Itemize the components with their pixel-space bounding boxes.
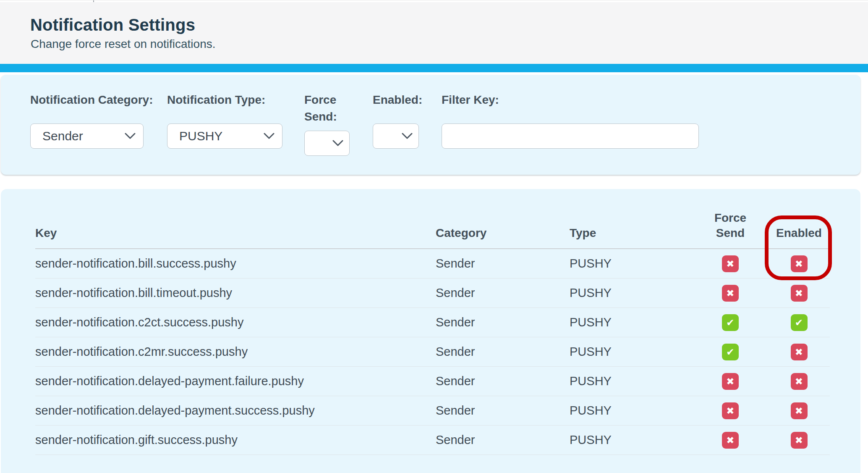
cell-key: sender-notification.gift.success.pushy — [35, 433, 436, 447]
page-header: Notification Settings Change force reset… — [0, 2, 868, 64]
cell-type: PUSHY — [570, 257, 693, 271]
cell-category: Sender — [436, 286, 570, 300]
column-header-enabled: Enabled — [768, 226, 830, 248]
force-send-badge[interactable]: ✔ — [722, 344, 739, 360]
chevron-down-icon — [125, 133, 136, 139]
chevron-down-icon — [264, 133, 275, 139]
cell-type: PUSHY — [570, 345, 693, 359]
notification-type-select[interactable]: PUSHY — [167, 124, 282, 149]
column-header-category: Category — [436, 226, 570, 248]
filter-panel: Notification Category: Sender Notificati… — [1, 75, 860, 175]
enabled-badge[interactable]: ✔ — [791, 314, 808, 331]
cell-key: sender-notification.bill.timeout.pushy — [35, 286, 436, 300]
cell-type: PUSHY — [570, 433, 693, 447]
notification-category-label: Notification Category: — [30, 92, 153, 108]
notification-type-value: PUSHY — [179, 129, 222, 143]
cell-category: Sender — [436, 257, 570, 271]
enabled-badge[interactable]: ✖ — [791, 402, 808, 419]
table-row: sender-notification.delayed-payment.fail… — [35, 367, 830, 396]
column-header-key: Key — [35, 226, 436, 248]
force-send-select[interactable] — [304, 131, 350, 156]
table-header-row: Key Category Type Force Send Enabled — [35, 189, 830, 249]
enabled-badge[interactable]: ✖ — [791, 432, 808, 449]
notification-type-label: Notification Type: — [167, 92, 282, 108]
field-notification-type: Notification Type: PUSHY — [167, 92, 282, 149]
page-subtitle: Change force reset on notifications. — [31, 37, 215, 51]
table-row: sender-notification.bill.success.pushy S… — [35, 249, 830, 279]
filter-key-label: Filter Key: — [442, 92, 699, 108]
column-header-force-send: Force Send — [693, 210, 768, 248]
force-send-badge[interactable]: ✖ — [722, 432, 739, 449]
force-send-badge[interactable]: ✖ — [722, 285, 739, 302]
chevron-down-icon — [332, 140, 343, 147]
field-notification-category: Notification Category: Sender — [30, 92, 153, 149]
table-row: sender-notification.delayed-payment.succ… — [35, 396, 830, 426]
cell-key: sender-notification.delayed-payment.fail… — [35, 374, 436, 388]
force-send-badge[interactable]: ✖ — [722, 373, 739, 390]
cell-category: Sender — [436, 374, 570, 388]
cell-key: sender-notification.c2mr.success.pushy — [35, 345, 436, 359]
cell-category: Sender — [436, 345, 570, 359]
enabled-badge[interactable]: ✖ — [791, 285, 808, 302]
enabled-badge[interactable]: ✖ — [791, 373, 808, 390]
table-body: sender-notification.bill.success.pushy S… — [35, 249, 830, 455]
column-header-type: Type — [570, 226, 693, 248]
force-send-label: Force Send: — [304, 92, 355, 125]
notification-category-value: Sender — [42, 129, 83, 143]
accent-bar — [0, 64, 868, 72]
chevron-down-icon — [402, 133, 413, 139]
notification-category-select[interactable]: Sender — [30, 124, 144, 149]
cell-category: Sender — [436, 433, 570, 447]
cell-key: sender-notification.bill.success.pushy — [35, 257, 436, 271]
cell-type: PUSHY — [570, 374, 693, 388]
field-enabled: Enabled: — [373, 92, 422, 149]
cell-category: Sender — [436, 404, 570, 418]
notifications-table-panel: Key Category Type Force Send Enabled sen… — [1, 189, 860, 473]
table-row: sender-notification.c2ct.success.pushy S… — [35, 308, 830, 337]
cell-key: sender-notification.c2ct.success.pushy — [35, 315, 436, 329]
cell-type: PUSHY — [570, 286, 693, 300]
cell-category: Sender — [436, 315, 570, 329]
enabled-badge[interactable]: ✖ — [791, 344, 808, 360]
force-send-badge[interactable]: ✔ — [722, 314, 739, 331]
page-title: Notification Settings — [30, 16, 195, 34]
table-row: sender-notification.bill.timeout.pushy S… — [35, 279, 830, 308]
cell-key: sender-notification.delayed-payment.succ… — [35, 404, 436, 418]
enabled-select[interactable] — [373, 124, 419, 149]
notifications-table: Key Category Type Force Send Enabled sen… — [35, 189, 830, 455]
table-row: sender-notification.gift.success.pushy S… — [35, 426, 830, 455]
cell-type: PUSHY — [570, 315, 693, 329]
enabled-badge[interactable]: ✖ — [791, 255, 808, 272]
enabled-label: Enabled: — [373, 92, 422, 108]
table-row: sender-notification.c2mr.success.pushy S… — [35, 337, 830, 367]
field-filter-key: Filter Key: — [442, 92, 699, 149]
force-send-badge[interactable]: ✖ — [722, 255, 739, 272]
filter-key-input[interactable] — [442, 124, 699, 149]
force-send-badge[interactable]: ✖ — [722, 402, 739, 419]
field-force-send: Force Send: — [304, 92, 355, 156]
cell-type: PUSHY — [570, 404, 693, 418]
